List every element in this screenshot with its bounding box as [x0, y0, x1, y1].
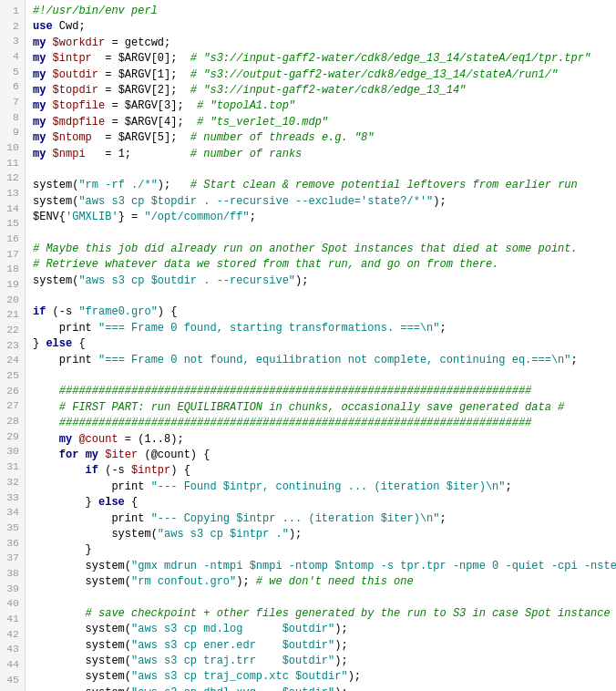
code-line: ########################################…	[33, 384, 609, 399]
code-line: my $ntomp = $ARGV[5]; # number of thread…	[33, 130, 609, 146]
line-number: 29	[4, 429, 19, 445]
code-line	[33, 368, 609, 384]
code-line: print "=== Frame 0 found, starting trans…	[33, 321, 609, 336]
code-line: my $topdir = $ARGV[2]; # "s3://input-gaf…	[33, 83, 609, 98]
line-number: 7	[4, 95, 19, 110]
code-line: my $nmpi = 1; # number of ranks	[33, 147, 609, 162]
line-number: 46	[4, 687, 19, 691]
line-number: 27	[4, 398, 19, 414]
code-line: my $mdpfile = $ARGV[4]; # "ts_verlet_10.…	[33, 115, 609, 130]
code-line: use Cwd;	[33, 19, 609, 35]
line-number-gutter: 1234567891011121314151617181920212223242…	[0, 0, 26, 691]
code-line: } else {	[33, 495, 609, 511]
code-line: my $intpr = $ARGV[0]; # "s3://input-gaff…	[33, 51, 609, 67]
code-line: }	[33, 542, 609, 558]
line-number: 21	[4, 307, 19, 323]
code-line: my $topfile = $ARGV[3]; # "topolA1.top"	[33, 98, 609, 114]
line-number: 20	[4, 293, 19, 308]
code-line: # FIRST PART: run EQUILIBRATION in chunk…	[33, 400, 609, 416]
line-number: 34	[4, 505, 19, 521]
code-line: my @count = (1..8);	[33, 432, 609, 448]
line-number: 30	[4, 444, 19, 459]
code-line: system("aws s3 cp ener.edr $outdir");	[33, 638, 609, 654]
code-line: my $outdir = $ARGV[1]; # "s3://output-ga…	[33, 67, 609, 83]
line-number: 44	[4, 657, 19, 673]
code-line: print "=== Frame 0 not found, equilibrat…	[33, 353, 609, 368]
code-line: system("rm -rf ./*"); # Start clean & re…	[33, 178, 609, 193]
code-line: #!/usr/bin/env perl	[33, 4, 609, 19]
code-content[interactable]: #!/usr/bin/env perluse Cwd;my $workdir =…	[26, 0, 616, 691]
line-number: 26	[4, 384, 19, 399]
line-number: 43	[4, 642, 19, 657]
line-number: 41	[4, 612, 19, 627]
line-number: 10	[4, 140, 19, 156]
line-number: 18	[4, 262, 19, 277]
code-line: # Retrieve whatever data we stored from …	[33, 257, 609, 273]
code-line: system("aws s3 cp md.log $outdir");	[33, 622, 609, 637]
line-number: 31	[4, 459, 19, 475]
code-line	[33, 590, 609, 605]
code-line	[33, 225, 609, 241]
line-number: 5	[4, 65, 19, 80]
code-line	[33, 162, 609, 178]
line-number: 1	[4, 4, 19, 19]
code-line: my $workdir = getcwd;	[33, 36, 609, 51]
line-number: 22	[4, 323, 19, 338]
line-number: 15	[4, 216, 19, 232]
code-line: # save checkpoint + other files generate…	[33, 606, 609, 622]
line-number: 6	[4, 79, 19, 95]
line-number: 32	[4, 475, 19, 490]
line-number: 14	[4, 201, 19, 217]
code-line: $ENV{'GMXLIB'} = "/opt/common/ff";	[33, 210, 609, 225]
line-number: 3	[4, 34, 19, 49]
code-line: } else {	[33, 336, 609, 352]
line-number: 17	[4, 247, 19, 263]
line-number: 40	[4, 596, 19, 612]
line-number: 42	[4, 627, 19, 643]
code-line: if (-s "frame0.gro") {	[33, 304, 609, 320]
code-line: system("aws s3 cp $intpr .");	[33, 527, 609, 542]
code-line: print "--- Found $intpr, continuing ... …	[33, 480, 609, 495]
code-line: if (-s $intpr) {	[33, 463, 609, 479]
line-number: 13	[4, 186, 19, 201]
line-number: 4	[4, 49, 19, 65]
line-number: 37	[4, 551, 19, 566]
code-line: system("aws s3 cp dhdl.xvg $outdir");	[33, 686, 609, 691]
code-line: system("aws s3 cp $topdir . --recursive …	[33, 194, 609, 210]
line-number: 23	[4, 338, 19, 354]
line-number: 2	[4, 19, 19, 35]
line-number: 9	[4, 125, 19, 140]
line-number: 28	[4, 414, 19, 429]
line-number: 35	[4, 521, 19, 536]
line-number: 11	[4, 156, 19, 171]
code-line: # Maybe this job did already run on anot…	[33, 242, 609, 257]
line-number: 39	[4, 582, 19, 597]
line-number: 8	[4, 110, 19, 126]
line-number: 38	[4, 566, 19, 582]
line-number: 16	[4, 232, 19, 247]
code-line	[33, 289, 609, 304]
code-line: system("rm confout.gro"); # we don't nee…	[33, 574, 609, 590]
code-line: system("gmx mdrun -ntmpi $nmpi -ntomp $n…	[33, 559, 609, 574]
code-line: system("aws s3 cp $outdir . --recursive"…	[33, 273, 609, 289]
code-line: system("aws s3 cp traj.trr $outdir");	[33, 654, 609, 669]
code-line: ########################################…	[33, 416, 609, 431]
line-number: 33	[4, 490, 19, 506]
code-editor: 1234567891011121314151617181920212223242…	[0, 0, 616, 691]
line-number: 19	[4, 277, 19, 293]
line-number: 36	[4, 536, 19, 552]
line-number: 24	[4, 353, 19, 368]
code-line: for my $iter (@count) {	[33, 448, 609, 463]
line-number: 25	[4, 368, 19, 384]
code-line: system("aws s3 cp traj_comp.xtc $outdir"…	[33, 669, 609, 685]
line-number: 45	[4, 673, 19, 688]
code-line: print "--- Copying $intpr ... (iteration…	[33, 511, 609, 527]
line-number: 12	[4, 170, 19, 186]
